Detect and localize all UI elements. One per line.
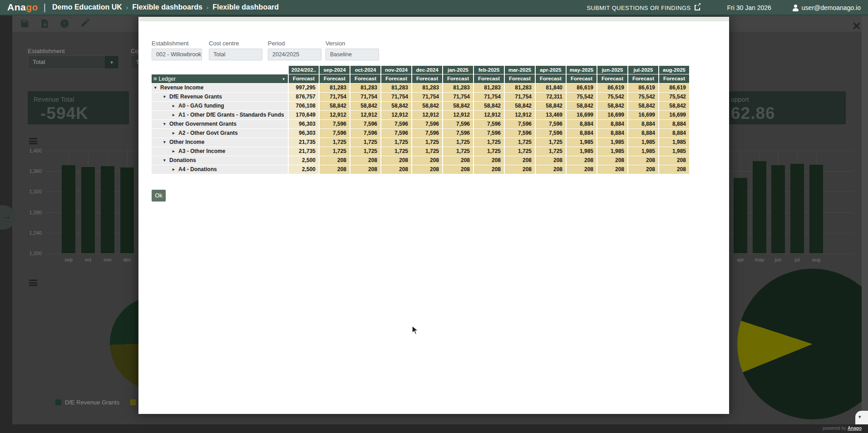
chart-bar: [81, 167, 95, 253]
collapse-triangle-icon[interactable]: ▾: [154, 84, 160, 92]
edit-pencil-icon[interactable]: [79, 19, 89, 29]
x-axis-label: aug: [807, 257, 825, 262]
y-axis-tick: 1,360: [22, 168, 42, 174]
chart-bar: [753, 161, 766, 253]
breadcrumb-separator: ›: [207, 4, 208, 11]
row-label-cell[interactable]: ▸A0 - GAG funding: [152, 102, 288, 110]
forecast-table: 2024/202..sep-2024oct-2024nov-2024dec-20…: [152, 66, 689, 174]
value-cell: 208: [412, 156, 442, 165]
value-cell: 208: [597, 156, 627, 165]
value-cell: 1,985: [597, 138, 627, 147]
cost-centre-label: Cost centre: [209, 40, 239, 47]
expand-triangle-icon[interactable]: ▸: [173, 102, 178, 110]
row-label-cell[interactable]: ▾Other Government Grants: [152, 120, 288, 128]
col-header-month: mar-2025: [505, 66, 535, 74]
breadcrumb-item[interactable]: Flexible dashboards: [132, 3, 202, 11]
value-cell: 208: [443, 156, 473, 165]
value-cell: 1,725: [474, 138, 504, 147]
value-cell: 1,985: [567, 138, 597, 147]
value-cell: 208: [320, 156, 350, 165]
y-axis-tick: 1,240: [22, 230, 42, 236]
anago-logo[interactable]: Anago: [7, 2, 38, 13]
total-cell: 876,757: [289, 93, 319, 101]
value-cell: 208: [350, 165, 380, 174]
expand-triangle-icon[interactable]: ▸: [173, 111, 178, 119]
row-label-cell[interactable]: ▸A2 - Other Govt Grants: [152, 129, 288, 138]
total-cell: 96,303: [289, 120, 319, 128]
value-cell: 71,754: [350, 93, 380, 101]
row-label-text: A4 - Donations: [178, 165, 217, 174]
value-cell: 1,725: [412, 147, 442, 156]
row-label-cell[interactable]: ▾Donations: [152, 156, 288, 165]
ok-button[interactable]: Ok: [152, 190, 166, 202]
value-cell: 208: [474, 156, 504, 165]
value-cell: 71,754: [320, 93, 350, 101]
user-icon: [792, 5, 799, 11]
breadcrumb-item[interactable]: Demo Education UK: [52, 3, 122, 11]
y-axis-tick: 1,320: [22, 189, 42, 194]
cost-centre-field[interactable]: Total: [209, 49, 262, 60]
forecast-subheader: Forecast: [412, 74, 442, 83]
value-cell: 1,725: [320, 147, 350, 156]
row-label-cell[interactable]: ▾DfE Revenue Grants: [152, 93, 288, 101]
value-cell: 86,619: [597, 84, 627, 92]
help-icon[interactable]: ?: [59, 19, 69, 29]
total-cell: 997,295: [289, 84, 319, 92]
scrollbar-down-button[interactable]: ▾: [855, 411, 868, 424]
value-cell: 58,842: [628, 102, 658, 110]
value-cell: 1,725: [536, 147, 566, 156]
kpi-title: upport: [729, 91, 846, 103]
collapse-triangle-icon[interactable]: ▾: [163, 138, 169, 147]
chart-menu-icon[interactable]: [29, 138, 37, 144]
col-header-total: 2024/202..: [289, 66, 319, 74]
value-cell: 208: [412, 165, 442, 174]
expand-triangle-icon[interactable]: ▸: [173, 165, 178, 174]
breadcrumb-item[interactable]: Flexible dashboard: [212, 3, 279, 11]
vertical-scrollbar[interactable]: [862, 15, 868, 424]
anago-link[interactable]: Anago: [848, 426, 862, 431]
submit-questions-link[interactable]: SUBMIT QUESTIONS OR FINDINGS: [587, 5, 700, 11]
close-icon[interactable]: ×: [853, 19, 861, 33]
row-label-cell[interactable]: ▸A1 - Other DfE Grants - Standards Funds: [152, 111, 288, 119]
chart-bar: [771, 165, 785, 253]
value-cell: 7,596: [505, 129, 535, 138]
chevron-down-icon: ▾: [282, 77, 285, 81]
value-cell: 16,699: [628, 111, 658, 119]
expand-sidebar-button[interactable]: →: [0, 205, 15, 230]
total-cell: 21,735: [289, 138, 319, 147]
value-cell: 8,884: [659, 120, 689, 128]
bg-establishment-dropdown[interactable]: Total ▾: [28, 55, 119, 69]
col-header-month: nov-2024: [381, 66, 411, 74]
forecast-subheader: Forecast: [289, 74, 319, 83]
value-cell: 8,884: [659, 129, 689, 138]
legend-item[interactable]: DfE Revenue Grants: [55, 399, 119, 406]
establishment-field[interactable]: 002 - Willowbrook: [152, 49, 202, 60]
value-cell: 58,842: [320, 102, 350, 110]
collapse-triangle-icon[interactable]: ▾: [163, 93, 169, 101]
expand-triangle-icon[interactable]: ▸: [173, 147, 178, 156]
value-cell: 7,596: [350, 129, 380, 138]
col-header-month: feb-2025: [474, 66, 504, 74]
pie-menu-icon[interactable]: [29, 280, 37, 286]
value-cell: 1,725: [505, 147, 535, 156]
bg-establishment-label: Establishment: [28, 48, 65, 54]
collapse-triangle-icon[interactable]: ▾: [163, 156, 169, 165]
period-field[interactable]: 2024/2025: [268, 49, 321, 60]
y-axis-tick: 1,280: [22, 210, 42, 215]
row-label-cell[interactable]: ▸A4 - Donations: [152, 165, 288, 174]
value-cell: 86,619: [567, 84, 597, 92]
row-label-cell[interactable]: ▾Other Income: [152, 138, 288, 147]
ledger-header[interactable]: ≡Ledger▾: [152, 74, 288, 83]
row-label-cell[interactable]: ▸A3 - Other Income: [152, 147, 288, 156]
value-cell: 208: [505, 156, 535, 165]
save-icon[interactable]: [20, 19, 30, 29]
col-header-month: sep-2024: [320, 66, 350, 74]
logo-divider: |: [44, 2, 46, 13]
expand-triangle-icon[interactable]: ▸: [173, 129, 178, 138]
collapse-triangle-icon[interactable]: ▾: [163, 120, 169, 128]
export-document-icon[interactable]: [39, 19, 49, 29]
version-field[interactable]: Baseline: [326, 49, 379, 60]
user-account[interactable]: user@demoanago.io: [792, 4, 861, 11]
total-cell: 706,108: [289, 102, 319, 110]
row-label-cell[interactable]: ▾Revenue Income: [152, 84, 288, 92]
